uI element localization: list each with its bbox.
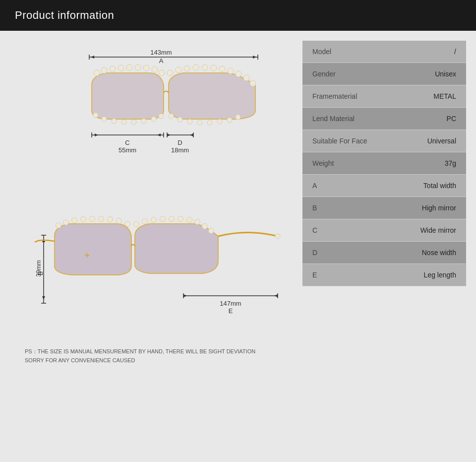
page-title: Product information bbox=[15, 9, 114, 21]
svg-point-34 bbox=[250, 80, 256, 86]
spec-row: CWide mirror bbox=[302, 219, 466, 242]
spec-row: ELeg length bbox=[302, 264, 466, 286]
svg-point-67 bbox=[72, 218, 77, 223]
svg-point-19 bbox=[121, 120, 126, 125]
svg-point-83 bbox=[209, 228, 214, 234]
svg-point-26 bbox=[184, 66, 190, 71]
spec-value: Leg length bbox=[396, 264, 466, 286]
svg-point-36 bbox=[178, 117, 182, 122]
svg-point-79 bbox=[178, 216, 183, 222]
left-panel: 143mm A bbox=[10, 41, 293, 365]
svg-point-69 bbox=[90, 216, 95, 222]
svg-point-7 bbox=[94, 70, 100, 76]
spec-label: Suitable For Face bbox=[302, 130, 396, 152]
top-diagram: 143mm A bbox=[25, 46, 288, 187]
svg-point-42 bbox=[236, 115, 240, 120]
spec-label: Model bbox=[302, 41, 396, 63]
svg-point-15 bbox=[159, 70, 165, 76]
svg-point-24 bbox=[167, 70, 173, 76]
svg-point-38 bbox=[197, 120, 202, 125]
svg-text:E: E bbox=[229, 307, 233, 315]
spec-label: Weight bbox=[302, 152, 396, 175]
svg-point-77 bbox=[160, 216, 166, 222]
svg-text:✦: ✦ bbox=[83, 251, 91, 261]
svg-point-71 bbox=[108, 217, 113, 222]
page-header: Product information bbox=[0, 0, 476, 31]
svg-point-12 bbox=[135, 65, 141, 70]
svg-point-74 bbox=[134, 222, 139, 227]
svg-point-35 bbox=[169, 114, 174, 119]
spec-row: Lend MaterialPC bbox=[302, 108, 466, 130]
svg-text:143mm: 143mm bbox=[150, 49, 172, 56]
svg-marker-46 bbox=[95, 133, 98, 136]
spec-row: FramematerialMETAL bbox=[302, 85, 466, 108]
svg-marker-88 bbox=[183, 294, 187, 297]
svg-point-40 bbox=[217, 119, 222, 124]
spec-row: GenderUnisex bbox=[302, 63, 466, 85]
spec-value: High mirror bbox=[396, 197, 466, 219]
svg-text:D: D bbox=[178, 139, 182, 146]
bottom-diagram: 39mm B bbox=[25, 201, 288, 332]
svg-point-25 bbox=[176, 67, 181, 73]
spec-label: Lend Material bbox=[302, 108, 396, 130]
svg-marker-89 bbox=[274, 294, 278, 297]
svg-marker-63 bbox=[42, 296, 45, 300]
svg-point-18 bbox=[112, 119, 117, 124]
spec-table: Model/GenderUnisexFramematerialMETALLend… bbox=[302, 41, 466, 286]
svg-point-14 bbox=[152, 66, 158, 72]
spec-row: DNose width bbox=[302, 242, 466, 264]
spec-value: Wide mirror bbox=[396, 219, 466, 242]
svg-point-73 bbox=[125, 221, 130, 227]
svg-marker-54 bbox=[190, 133, 193, 136]
svg-point-82 bbox=[202, 224, 208, 229]
svg-point-29 bbox=[211, 65, 217, 71]
spec-value: PC bbox=[396, 108, 466, 130]
spec-label: C bbox=[302, 219, 396, 242]
svg-text:B: B bbox=[37, 271, 44, 275]
svg-marker-4 bbox=[253, 56, 256, 59]
spec-value: Nose width bbox=[396, 242, 466, 264]
svg-text:A: A bbox=[159, 57, 164, 65]
svg-text:147mm: 147mm bbox=[220, 300, 241, 307]
top-diagram-svg: 143mm A bbox=[52, 46, 260, 185]
spec-label: E bbox=[302, 264, 396, 286]
svg-point-37 bbox=[187, 119, 192, 124]
svg-point-33 bbox=[243, 75, 249, 81]
svg-text:18mm: 18mm bbox=[171, 146, 189, 154]
svg-point-23 bbox=[159, 114, 164, 119]
svg-marker-3 bbox=[91, 56, 94, 59]
svg-point-78 bbox=[169, 216, 175, 222]
svg-point-39 bbox=[207, 120, 212, 125]
svg-point-20 bbox=[131, 120, 136, 125]
spec-row: Suitable For FaceUniversal bbox=[302, 130, 466, 152]
spec-value: METAL bbox=[396, 85, 466, 108]
svg-point-68 bbox=[81, 217, 86, 222]
svg-point-76 bbox=[151, 217, 157, 223]
bottom-diagram-svg: 39mm B bbox=[25, 201, 283, 330]
svg-point-80 bbox=[187, 217, 192, 223]
spec-label: B bbox=[302, 197, 396, 219]
spec-value: Unisex bbox=[396, 63, 466, 85]
spec-label: Framematerial bbox=[302, 85, 396, 108]
spec-label: A bbox=[302, 175, 396, 197]
svg-marker-53 bbox=[167, 133, 171, 136]
svg-point-41 bbox=[227, 118, 232, 123]
content-area: 143mm A bbox=[0, 31, 476, 375]
svg-point-11 bbox=[126, 65, 132, 70]
svg-point-66 bbox=[63, 220, 69, 225]
svg-point-13 bbox=[143, 65, 149, 71]
svg-point-9 bbox=[110, 66, 116, 72]
svg-point-28 bbox=[202, 65, 208, 70]
svg-point-32 bbox=[236, 71, 241, 77]
svg-point-65 bbox=[56, 223, 61, 228]
svg-point-30 bbox=[219, 66, 225, 72]
svg-point-22 bbox=[151, 117, 156, 122]
svg-point-64 bbox=[275, 234, 280, 239]
svg-point-75 bbox=[142, 219, 148, 224]
spec-value: Universal bbox=[396, 130, 466, 152]
svg-point-16 bbox=[93, 113, 98, 118]
spec-value: 37g bbox=[396, 152, 466, 175]
spec-row: Model/ bbox=[302, 41, 466, 63]
svg-point-81 bbox=[195, 219, 200, 225]
spec-row: Weight37g bbox=[302, 152, 466, 175]
